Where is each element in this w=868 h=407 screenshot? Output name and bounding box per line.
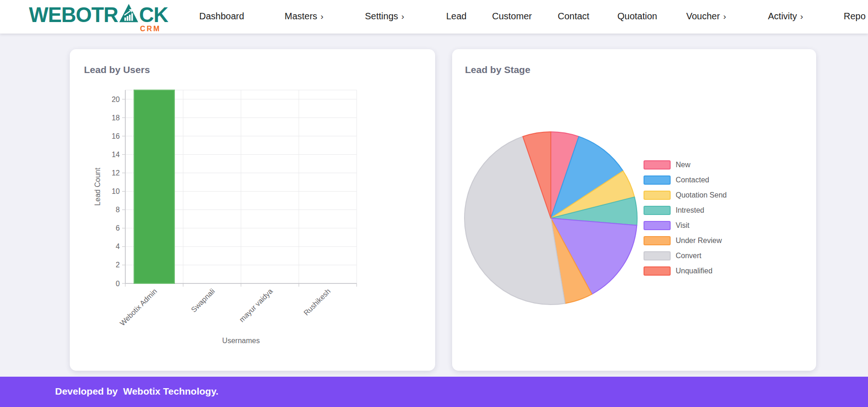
y-axis-tick-label: 14 [112, 151, 120, 158]
legend-label: Convert [676, 252, 701, 260]
legend-label: Unqualified [676, 267, 712, 275]
legend-swatch [644, 221, 671, 230]
logo-crm-label: CRM [140, 25, 161, 33]
bar-webotix-admin[interactable] [134, 90, 174, 283]
legend-item-unqualified[interactable]: Unqualified [644, 266, 727, 276]
legend-label: Intrested [676, 206, 704, 215]
nav-item-label: Activity [768, 11, 797, 21]
legend-label: Quotation Send [676, 191, 727, 199]
nav-item-customer[interactable]: Customer [492, 11, 532, 22]
webotrack-logo[interactable]: WEBOTR CK CRM [29, 4, 176, 32]
nav-item-dashboard[interactable]: Dashboard [199, 11, 244, 22]
nav-item-label: Dashboard [199, 11, 244, 21]
crm-dashboard-page: WEBOTR CK CRM [0, 0, 868, 407]
nav-item-label: Voucher [686, 11, 720, 21]
y-axis-tick-label: 8 [116, 206, 120, 214]
lead-by-users-card: Lead by Users 02468101214161820Webotix A… [70, 49, 435, 371]
legend-swatch [644, 175, 671, 185]
x-axis-title: Usernames [222, 337, 260, 345]
y-axis-tick-label: 16 [112, 132, 120, 140]
nav-item-quotation[interactable]: Quotation [617, 11, 657, 22]
chevron-right-icon: › [320, 11, 323, 21]
chevron-right-icon: › [800, 11, 803, 21]
y-axis-tick-label: 0 [116, 280, 120, 288]
logo-text-right: CK [139, 6, 168, 25]
legend-swatch [644, 251, 671, 260]
legend-swatch [644, 266, 671, 276]
y-axis-tick-label: 2 [116, 261, 120, 269]
nav-item-lead[interactable]: Lead [446, 11, 467, 22]
y-axis-tick-label: 4 [116, 243, 120, 250]
legend-label: Under Review [676, 237, 722, 245]
y-axis-tick-label: 20 [112, 96, 120, 103]
legend-label: New [676, 161, 690, 169]
nav-item-masters[interactable]: Masters› [285, 11, 323, 22]
pie-legend: NewContactedQuotation SendIntrestedVisit… [644, 160, 727, 276]
logo-text-left: WEBOTR [29, 6, 118, 25]
legend-item-visit[interactable]: Visit [644, 221, 727, 230]
bar-chart-triangle-icon [119, 4, 139, 26]
top-nav-bar: WEBOTR CK CRM [0, 0, 868, 34]
nav-item-label: Masters [285, 11, 317, 21]
nav-item-label: Contact [558, 11, 589, 21]
x-axis-tick-label: mayur vaidya [238, 287, 274, 323]
footer-credit-text: Developed by Webotix Technology. [55, 386, 218, 397]
y-axis-tick-label: 6 [116, 224, 120, 232]
nav-item-label: Lead [446, 11, 467, 21]
webotrack-logo-text: WEBOTR CK [29, 4, 176, 25]
nav-item-activity[interactable]: Activity› [768, 11, 803, 22]
nav-item-repo[interactable]: Repo [844, 11, 866, 22]
chevron-right-icon: › [723, 11, 726, 21]
legend-item-intrested[interactable]: Intrested [644, 206, 727, 215]
nav-item-contact[interactable]: Contact [558, 11, 589, 22]
nav-item-settings[interactable]: Settings› [365, 11, 404, 22]
x-axis-tick-label: Swapnali [190, 287, 216, 314]
nav-item-label: Customer [492, 11, 532, 21]
x-axis-tick-label: Rushikesh [302, 287, 332, 317]
lead-by-users-bar-chart[interactable]: 02468101214161820Webotix AdminSwapnalima… [70, 49, 435, 371]
legend-swatch [644, 206, 671, 215]
lead-by-stage-card: Lead by Stage NewContactedQuotation Send… [452, 49, 816, 371]
legend-label: Visit [676, 221, 689, 230]
y-axis-tick-label: 18 [112, 114, 120, 122]
nav-item-label: Repo [844, 11, 866, 21]
lead-by-stage-pie-chart[interactable] [452, 49, 816, 371]
chevron-right-icon: › [401, 11, 404, 21]
nav-item-label: Settings [365, 11, 398, 21]
legend-item-convert[interactable]: Convert [644, 251, 727, 260]
legend-swatch [644, 236, 671, 245]
legend-swatch [644, 191, 671, 200]
nav-item-label: Quotation [617, 11, 657, 21]
x-axis-tick-label: Webotix Admin [118, 287, 158, 327]
nav-item-voucher[interactable]: Voucher› [686, 11, 726, 22]
legend-item-contacted[interactable]: Contacted [644, 175, 727, 185]
y-axis-tick-label: 10 [112, 187, 120, 195]
page-footer: Developed by Webotix Technology. [0, 377, 868, 407]
legend-label: Contacted [676, 176, 709, 184]
legend-swatch [644, 160, 671, 170]
y-axis-title: Lead Count [94, 168, 101, 206]
legend-item-under-review[interactable]: Under Review [644, 236, 727, 245]
y-axis-tick-label: 12 [112, 169, 120, 177]
legend-item-new[interactable]: New [644, 160, 727, 170]
legend-item-quotation-send[interactable]: Quotation Send [644, 191, 727, 200]
